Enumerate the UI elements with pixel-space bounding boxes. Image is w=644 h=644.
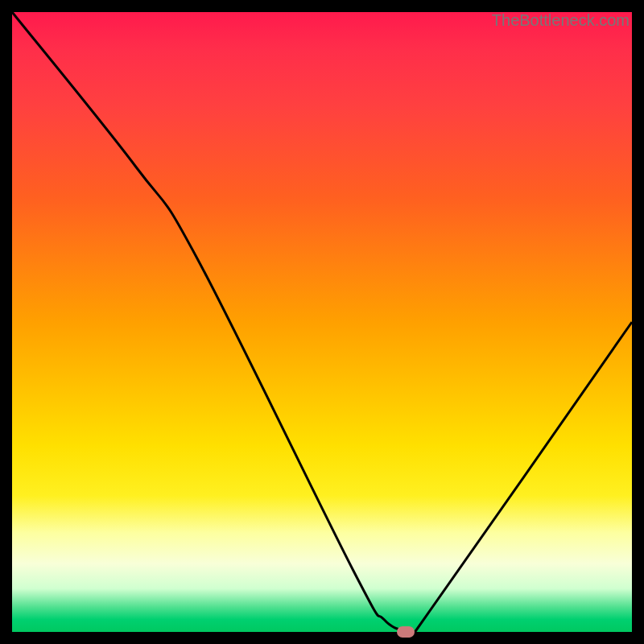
plot-gradient-area — [12, 12, 632, 632]
watermark-text: TheBottleneck.com — [492, 11, 630, 30]
chart-container: TheBottleneck.com — [0, 0, 644, 644]
optimal-point-marker — [397, 626, 415, 638]
